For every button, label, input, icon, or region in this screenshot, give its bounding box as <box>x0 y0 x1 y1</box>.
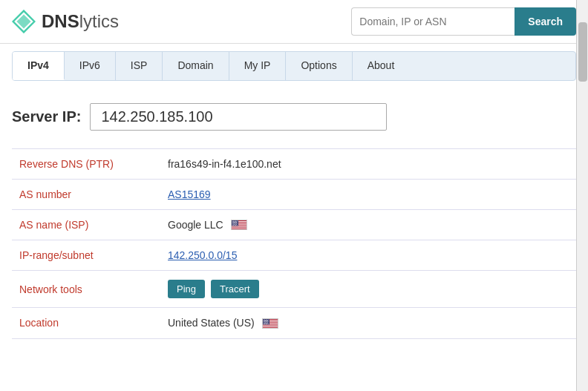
table-row: Location United States (US) <box>12 308 576 338</box>
row-label-asname: AS name (ISP) <box>12 210 160 240</box>
table-row: IP-range/subnet 142.250.0.0/15 <box>12 240 576 271</box>
svg-point-48 <box>264 321 264 321</box>
asname-text: Google LLC <box>168 219 223 231</box>
row-value-location: United States (US) <box>160 308 576 338</box>
tab-myip[interactable]: My IP <box>229 52 287 80</box>
svg-point-63 <box>265 323 266 323</box>
table-row: Network tools Ping Tracert <box>12 271 576 308</box>
logo-icon <box>12 10 36 33</box>
svg-point-61 <box>263 323 264 323</box>
svg-point-57 <box>264 322 264 323</box>
svg-point-11 <box>232 221 232 222</box>
row-value-nettools: Ping Tracert <box>160 271 576 308</box>
tabs-bar: IPv4 IPv6 ISP Domain My IP Options About <box>12 51 576 81</box>
svg-point-45 <box>265 319 266 320</box>
svg-point-32 <box>235 225 236 226</box>
svg-point-28 <box>236 224 237 225</box>
svg-point-52 <box>263 321 264 322</box>
table-row: Reverse DNS (PTR) fra16s49-in-f4.1e100.n… <box>12 149 576 180</box>
row-label-asn: AS number <box>12 180 160 210</box>
server-ip-row: Server IP: 142.250.185.100 <box>12 103 576 131</box>
logo-area: DNSlytics <box>12 10 351 33</box>
svg-point-15 <box>236 221 237 222</box>
flag-icon-us-location <box>262 318 278 329</box>
search-input[interactable] <box>351 7 514 36</box>
svg-point-50 <box>266 321 267 321</box>
svg-point-62 <box>264 323 265 323</box>
logo-dns: DNS <box>42 11 79 31</box>
server-ip-label: Server IP: <box>12 108 81 125</box>
svg-point-51 <box>267 321 268 321</box>
scrollbar[interactable] <box>576 0 588 354</box>
search-button[interactable]: Search <box>514 7 576 36</box>
svg-point-24 <box>236 223 237 224</box>
row-value-subnet[interactable]: 142.250.0.0/15 <box>160 240 576 271</box>
tracert-button[interactable]: Tracert <box>211 280 259 298</box>
svg-point-23 <box>235 223 236 224</box>
row-label-rdns: Reverse DNS (PTR) <box>12 149 160 180</box>
svg-point-58 <box>265 322 266 323</box>
svg-point-22 <box>234 223 235 224</box>
server-ip-value: 142.250.185.100 <box>90 103 387 131</box>
svg-point-64 <box>267 323 267 323</box>
svg-point-25 <box>232 224 233 225</box>
svg-point-19 <box>236 222 237 223</box>
svg-point-18 <box>235 222 235 223</box>
header: DNSlytics Search <box>0 0 588 44</box>
row-value-rdns: fra16s49-in-f4.1e100.net <box>160 149 576 180</box>
tab-about[interactable]: About <box>353 52 410 80</box>
info-table: Reverse DNS (PTR) fra16s49-in-f4.1e100.n… <box>12 148 576 339</box>
svg-rect-39 <box>263 325 278 326</box>
tab-ipv6[interactable]: IPv6 <box>65 52 116 80</box>
svg-point-46 <box>267 319 267 320</box>
tab-isp[interactable]: ISP <box>116 52 163 80</box>
svg-point-13 <box>234 221 235 222</box>
scrollbar-thumb[interactable] <box>578 22 587 82</box>
svg-point-55 <box>267 321 267 322</box>
svg-point-31 <box>234 225 235 226</box>
svg-point-56 <box>267 321 268 322</box>
svg-point-26 <box>234 224 235 225</box>
location-text: United States (US) <box>168 317 255 329</box>
logo-text: DNSlytics <box>42 11 119 32</box>
svg-point-49 <box>265 321 266 321</box>
svg-point-14 <box>235 221 236 222</box>
tab-options[interactable]: Options <box>286 52 352 80</box>
svg-point-27 <box>235 224 235 225</box>
table-row: AS number AS15169 <box>12 180 576 210</box>
row-label-subnet: IP-range/subnet <box>12 240 160 271</box>
svg-point-12 <box>233 221 234 222</box>
svg-point-17 <box>234 222 235 223</box>
svg-point-60 <box>267 322 268 323</box>
svg-rect-8 <box>232 229 247 229</box>
row-label-location: Location <box>12 308 160 338</box>
svg-point-21 <box>233 223 234 224</box>
svg-point-16 <box>232 222 233 223</box>
svg-rect-7 <box>232 227 247 228</box>
svg-point-54 <box>265 321 266 322</box>
tab-ipv4[interactable]: IPv4 <box>13 52 65 80</box>
svg-point-29 <box>232 225 232 226</box>
svg-point-33 <box>236 225 237 226</box>
row-value-asn[interactable]: AS15169 <box>160 180 576 210</box>
logo-lytics: lytics <box>79 11 119 31</box>
table-row: AS name (ISP) Google LLC <box>12 210 576 240</box>
svg-point-59 <box>266 322 267 323</box>
svg-point-47 <box>267 319 268 320</box>
svg-point-20 <box>232 223 232 224</box>
svg-point-65 <box>267 323 268 323</box>
svg-point-43 <box>263 319 264 320</box>
search-area: Search <box>351 7 576 36</box>
svg-point-30 <box>233 225 234 226</box>
row-label-nettools: Network tools <box>12 271 160 308</box>
tab-domain[interactable]: Domain <box>163 52 229 80</box>
svg-rect-40 <box>263 326 278 327</box>
svg-point-53 <box>264 321 265 322</box>
ping-button[interactable]: Ping <box>168 280 205 298</box>
flag-icon-us <box>231 220 247 230</box>
asn-link[interactable]: AS15169 <box>168 188 211 200</box>
subnet-link[interactable]: 142.250.0.0/15 <box>168 249 237 261</box>
main-content: Server IP: 142.250.185.100 Reverse DNS (… <box>0 88 588 354</box>
row-value-asname: Google LLC <box>160 210 576 240</box>
svg-point-44 <box>264 319 265 320</box>
